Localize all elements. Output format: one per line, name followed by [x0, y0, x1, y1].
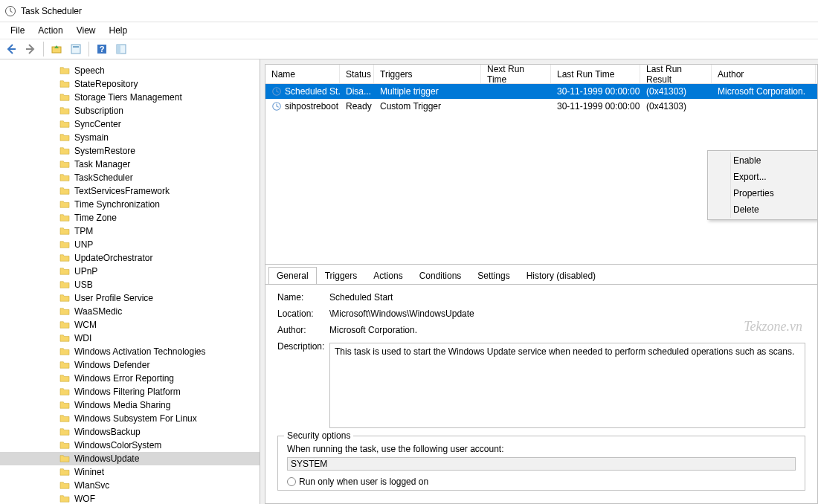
- tree-item[interactable]: WDI: [0, 332, 260, 345]
- tree-item[interactable]: TextServicesFramework: [0, 184, 260, 198]
- description-value: This task is used to start the Windows U…: [329, 343, 805, 428]
- tree-item[interactable]: Storage Tiers Management: [0, 91, 260, 104]
- ctx-export[interactable]: Export...: [708, 169, 818, 185]
- details-pane: General Triggers Actions Conditions Sett…: [265, 265, 818, 504]
- svg-rect-2: [71, 45, 80, 54]
- tree-item[interactable]: WlanSvc: [0, 479, 260, 492]
- tree-item[interactable]: TaskScheduler: [0, 171, 260, 184]
- tree-item[interactable]: WindowsBackup: [0, 425, 260, 439]
- help-button[interactable]: ?: [94, 41, 110, 57]
- tab-general[interactable]: General: [268, 267, 317, 285]
- tree-item[interactable]: WaaSMedic: [0, 305, 260, 318]
- toolbar: ?: [0, 39, 818, 59]
- tree-item[interactable]: UNP: [0, 238, 260, 251]
- tree-item-label: Sysmain: [74, 132, 109, 143]
- col-name[interactable]: Name: [265, 65, 340, 83]
- location-value: \Microsoft\Windows\WindowsUpdate: [329, 308, 805, 319]
- tree-item[interactable]: Wininet: [0, 465, 260, 479]
- tree-item-label: Windows Media Sharing: [74, 400, 170, 410]
- tab-settings[interactable]: Settings: [469, 267, 518, 284]
- column-headers: Name Status Triggers Next Run Time Last …: [265, 65, 817, 84]
- menu-help[interactable]: Help: [103, 24, 134, 37]
- author-value: Microsoft Corporation.: [329, 325, 805, 335]
- forward-button[interactable]: [22, 41, 39, 57]
- tree-item[interactable]: Windows Defender: [0, 358, 260, 372]
- properties-button[interactable]: [68, 41, 84, 57]
- tree-item[interactable]: WindowsUpdate: [0, 452, 260, 465]
- menubar: File Action View Help: [0, 22, 818, 39]
- right-pane: Name Status Triggers Next Run Time Last …: [260, 59, 818, 504]
- back-button[interactable]: [3, 41, 19, 57]
- tree-item[interactable]: Time Synchronization: [0, 198, 260, 211]
- toolbar-separator: [88, 42, 89, 56]
- tree-item-label: WCM: [74, 320, 97, 330]
- task-row[interactable]: Scheduled St...Disa...Multiple trigger30…: [265, 84, 817, 99]
- task-row[interactable]: sihpostrebootReadyCustom Trigger30-11-19…: [265, 99, 817, 114]
- svg-text:?: ?: [100, 45, 105, 54]
- tree-item-label: StateRepository: [74, 79, 138, 89]
- tree-item-label: WindowsUpdate: [74, 453, 139, 464]
- col-author[interactable]: Author: [712, 65, 816, 83]
- tree-item-label: SyncCenter: [74, 119, 121, 129]
- tree-item[interactable]: StateRepository: [0, 77, 260, 91]
- tree-item[interactable]: Sysmain: [0, 131, 260, 144]
- col-last-run[interactable]: Last Run Time: [551, 65, 640, 83]
- menu-view[interactable]: View: [71, 24, 102, 37]
- task-next-run: [481, 106, 551, 107]
- tree-item[interactable]: Speech: [0, 64, 260, 77]
- tree-item-label: Windows Defender: [74, 360, 149, 370]
- tree-item[interactable]: Task Manager: [0, 158, 260, 171]
- task-triggers: Custom Trigger: [374, 100, 481, 112]
- menu-file[interactable]: File: [4, 24, 30, 37]
- account-prompt: When running the task, use the following…: [287, 444, 796, 454]
- task-result: (0x41303): [640, 85, 712, 97]
- tab-conditions[interactable]: Conditions: [411, 267, 470, 284]
- task-next-run: [481, 91, 551, 92]
- tree-item[interactable]: SyncCenter: [0, 117, 260, 131]
- tree-item-label: Windows Error Reporting: [74, 373, 174, 384]
- ctx-enable[interactable]: Enable: [708, 152, 818, 169]
- tab-triggers[interactable]: Triggers: [317, 267, 366, 284]
- col-triggers[interactable]: Triggers: [374, 65, 481, 83]
- tree-item-label: UNP: [74, 239, 93, 250]
- tree-item[interactable]: User Profile Service: [0, 291, 260, 305]
- account-value: SYSTEM: [287, 457, 796, 471]
- tree-item[interactable]: SystemRestore: [0, 144, 260, 158]
- description-label: Description:: [277, 341, 329, 352]
- tree-item[interactable]: WOF: [0, 492, 260, 504]
- tree-item[interactable]: WCM: [0, 318, 260, 332]
- col-status[interactable]: Status: [340, 65, 374, 83]
- tree-item[interactable]: WindowsColorSystem: [0, 439, 260, 452]
- toolbar-separator: [43, 42, 44, 56]
- radio-logged-on[interactable]: [287, 477, 296, 486]
- menu-action[interactable]: Action: [32, 24, 68, 37]
- tree-item[interactable]: UpdateOrchestrator: [0, 251, 260, 265]
- tree-item[interactable]: Windows Filtering Platform: [0, 385, 260, 398]
- svg-rect-7: [117, 45, 120, 54]
- tree-item[interactable]: Windows Error Reporting: [0, 372, 260, 385]
- tab-history[interactable]: History (disabled): [518, 267, 604, 284]
- tab-actions[interactable]: Actions: [365, 267, 410, 284]
- pane-button[interactable]: [113, 41, 129, 57]
- tree-item-label: Time Synchronization: [74, 199, 160, 210]
- tree-item[interactable]: UPnP: [0, 265, 260, 278]
- tree-item-label: Task Manager: [74, 159, 130, 169]
- tree-item-label: Storage Tiers Management: [74, 92, 182, 103]
- task-last-run: 30-11-1999 00:00:00: [551, 85, 640, 97]
- tree-item[interactable]: Time Zone: [0, 211, 260, 224]
- col-last-result[interactable]: Last Run Result: [640, 65, 712, 83]
- up-folder-button[interactable]: [48, 41, 65, 57]
- tree-item[interactable]: Subscription: [0, 104, 260, 117]
- ctx-properties[interactable]: Properties: [708, 185, 818, 201]
- tree-item-label: SystemRestore: [74, 146, 135, 156]
- tree-item[interactable]: TPM: [0, 224, 260, 238]
- tree-pane[interactable]: SpeechStateRepositoryStorage Tiers Manag…: [0, 59, 260, 504]
- tree-item[interactable]: Windows Media Sharing: [0, 398, 260, 412]
- task-name: Scheduled St...: [265, 85, 340, 97]
- col-next-run[interactable]: Next Run Time: [481, 65, 551, 83]
- tree-item-label: Subscription: [74, 106, 123, 116]
- tree-item[interactable]: Windows Subsystem For Linux: [0, 412, 260, 425]
- ctx-delete[interactable]: Delete: [708, 201, 818, 218]
- tree-item[interactable]: Windows Activation Technologies: [0, 345, 260, 358]
- tree-item[interactable]: USB: [0, 278, 260, 291]
